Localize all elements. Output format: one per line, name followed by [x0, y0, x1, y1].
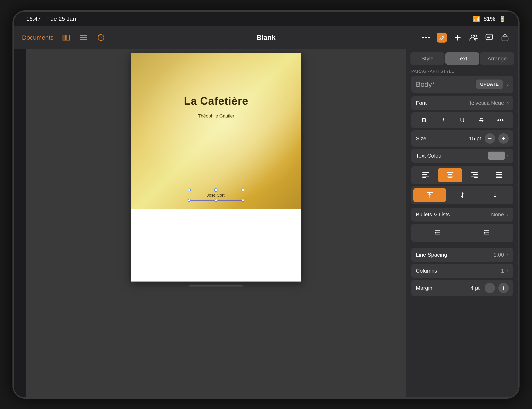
update-button[interactable]: UPDATE — [476, 80, 503, 89]
underline-button[interactable]: U — [455, 114, 469, 126]
indent-control-row — [411, 224, 513, 242]
align-right-button[interactable] — [462, 168, 487, 182]
tab-text[interactable]: Text — [445, 52, 479, 65]
panel-tabs: Style Text Arrange — [406, 49, 518, 65]
svg-rect-29 — [496, 174, 502, 175]
handle-top-middle[interactable] — [214, 188, 218, 192]
document-page[interactable]: La Cafetière Théophile Gautier Jose Cort… — [131, 53, 301, 282]
wifi-icon: 📶 — [473, 16, 480, 22]
add-icon[interactable] — [453, 33, 463, 43]
bullets-chevron: › — [507, 211, 509, 218]
handle-bottom-left[interactable] — [188, 199, 191, 202]
toolbar: Documents — [14, 26, 518, 49]
document-title: Blank — [185, 33, 347, 42]
indent-increase-button[interactable] — [462, 226, 512, 240]
more-font-options-button[interactable]: ••• — [493, 114, 507, 126]
sidebar-resize-handle[interactable]: ⋮ — [18, 140, 22, 145]
svg-rect-4 — [80, 37, 87, 38]
columns-row[interactable]: Columns 1 › — [411, 264, 513, 278]
font-row[interactable]: Font Helvetica Neue › — [411, 96, 513, 110]
indent-decrease-button[interactable] — [413, 226, 462, 240]
bullets-value: None — [491, 211, 504, 218]
vertical-align-row — [411, 186, 513, 204]
size-decrease-button[interactable]: − — [484, 133, 495, 144]
margin-value: 4 pt — [469, 285, 481, 291]
handle-bottom-right[interactable] — [241, 199, 244, 202]
status-bar: 16:47 Tue 25 Jan 📶 81% 🔋 — [14, 12, 518, 26]
svg-rect-12 — [486, 34, 493, 40]
svg-rect-19 — [422, 177, 426, 178]
svg-rect-27 — [474, 177, 478, 178]
tab-arrange[interactable]: Arrange — [480, 52, 514, 65]
svg-rect-22 — [447, 176, 454, 176]
ipad-frame: 16:47 Tue 25 Jan 📶 81% 🔋 Documents — [12, 10, 520, 399]
line-spacing-row[interactable]: Line Spacing 1.00 › — [411, 248, 513, 262]
svg-rect-17 — [422, 174, 427, 175]
bullets-label: Bullets & Lists — [416, 211, 450, 218]
svg-rect-28 — [496, 172, 502, 173]
cover-author: Théophile Gautier — [131, 113, 301, 119]
align-center-button[interactable] — [438, 168, 462, 182]
canvas-area[interactable]: La Cafetière Théophile Gautier Jose Cort… — [26, 49, 406, 397]
margin-increase-button[interactable]: + — [498, 283, 509, 293]
valign-top-button[interactable] — [413, 188, 446, 202]
paragraph-style-row[interactable]: Body* UPDATE › — [411, 76, 513, 93]
font-chevron: › — [507, 100, 509, 106]
align-justify-button[interactable] — [487, 168, 511, 182]
comment-icon[interactable] — [484, 33, 494, 43]
text-alignment-row — [411, 166, 513, 184]
right-panel: Style Text Arrange PARAGRAPH STYLE Body*… — [406, 49, 518, 397]
svg-rect-24 — [471, 172, 478, 173]
font-style-row: B I U S ••• — [411, 112, 513, 128]
margin-decrease-button[interactable]: − — [484, 283, 495, 293]
svg-point-10 — [471, 35, 474, 38]
svg-rect-30 — [496, 176, 502, 176]
paragraph-style-label: PARAGRAPH STYLE — [411, 69, 513, 74]
selected-text-box[interactable]: Jose Corti — [189, 190, 243, 200]
text-colour-row[interactable]: Text Colour › — [411, 149, 513, 163]
page-white-area — [131, 209, 301, 282]
tab-style[interactable]: Style — [410, 52, 445, 65]
bold-button[interactable]: B — [417, 114, 431, 126]
home-indicator — [189, 285, 243, 287]
italic-button[interactable]: I — [436, 114, 450, 126]
svg-rect-3 — [80, 35, 87, 36]
documents-button[interactable]: Documents — [22, 34, 54, 41]
handle-top-right[interactable] — [241, 189, 244, 191]
valign-middle-button[interactable] — [446, 188, 479, 202]
margin-row: Margin 4 pt − + — [411, 280, 513, 296]
left-sidebar: ⋮ — [14, 49, 26, 397]
text-colour-label: Text Colour — [416, 153, 443, 159]
main-content: ⋮ La Cafetière Théophile Gautier Jose Co… — [14, 49, 518, 397]
sidebar-toggle-icon[interactable] — [61, 33, 71, 43]
svg-rect-0 — [63, 35, 66, 40]
line-spacing-label: Line Spacing — [416, 252, 447, 258]
handle-top-left[interactable] — [188, 189, 191, 191]
margin-label: Margin — [416, 285, 432, 291]
columns-value: 1 — [501, 268, 504, 274]
colour-chevron: › — [507, 153, 509, 159]
history-icon[interactable] — [96, 33, 106, 43]
bullets-lists-row[interactable]: Bullets & Lists None › — [411, 208, 513, 221]
size-row: Size 15 pt − + — [411, 130, 513, 146]
svg-rect-35 — [492, 198, 498, 198]
collaborate-icon[interactable] — [468, 33, 478, 43]
size-value: 15 pt — [469, 135, 481, 142]
svg-point-11 — [475, 35, 476, 37]
handle-bottom-middle[interactable] — [215, 199, 218, 202]
cover-title: La Cafetière — [131, 95, 301, 107]
line-spacing-chevron: › — [507, 252, 509, 258]
share-icon[interactable] — [500, 33, 510, 43]
size-increase-button[interactable]: + — [498, 133, 509, 144]
pen-tool-icon[interactable] — [437, 33, 447, 43]
paragraph-style-value: Body* — [416, 80, 435, 89]
publisher-text: Jose Corti — [207, 193, 226, 198]
divider — [411, 245, 513, 245]
valign-bottom-button[interactable] — [479, 188, 511, 202]
align-left-button[interactable] — [413, 168, 438, 182]
list-view-icon[interactable] — [78, 33, 88, 43]
svg-rect-32 — [427, 192, 433, 193]
strikethrough-button[interactable]: S — [474, 114, 488, 126]
font-label: Font — [416, 100, 427, 106]
panel-content: PARAGRAPH STYLE Body* UPDATE › Font Helv… — [406, 65, 518, 397]
